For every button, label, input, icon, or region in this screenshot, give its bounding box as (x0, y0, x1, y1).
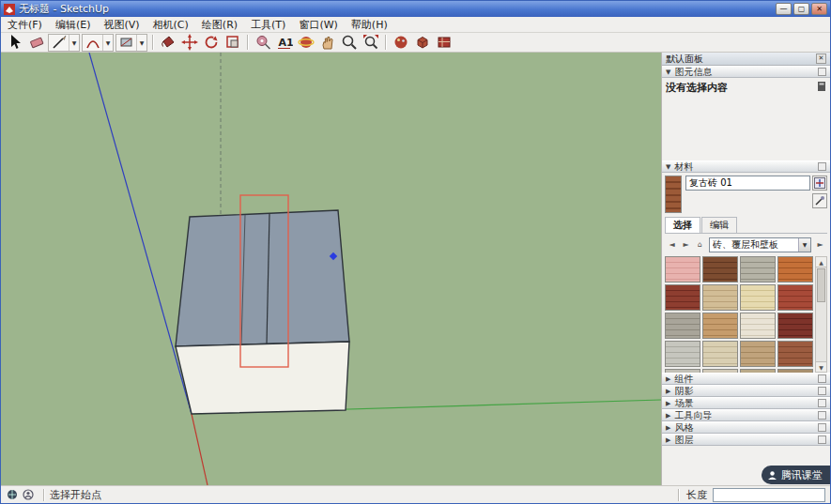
shadows-window-icon[interactable] (818, 387, 826, 395)
offset-tool-button[interactable] (222, 34, 243, 52)
menu-camera[interactable]: 相机(C) (146, 17, 195, 33)
scroll-down-icon[interactable]: ▼ (816, 361, 826, 372)
measurement-input[interactable] (713, 488, 825, 502)
material-swatch-1[interactable] (702, 256, 738, 283)
instructor-window-icon[interactable] (818, 411, 826, 420)
line-tool-dropdown[interactable]: ▼ (69, 35, 79, 51)
pan-tool-button[interactable] (316, 34, 338, 52)
menu-edit[interactable]: 编辑(E) (49, 17, 98, 33)
credits-icon[interactable] (22, 488, 35, 501)
material-swatch-13[interactable] (702, 341, 738, 367)
material-swatch-7[interactable] (777, 284, 813, 311)
tab-edit[interactable]: 编辑 (701, 217, 737, 233)
select-icon (7, 34, 23, 51)
section-styles[interactable]: ▶ 风格 (662, 421, 830, 434)
eraser-tool-button[interactable] (25, 34, 47, 52)
material-swatch-3[interactable] (777, 256, 813, 283)
scenes-window-icon[interactable] (818, 399, 826, 407)
move-tool-button[interactable] (178, 34, 200, 52)
tab-select[interactable]: 选择 (665, 217, 700, 233)
toolbar-separator (247, 35, 248, 50)
statusbar-separator (43, 489, 44, 501)
tray-close-button[interactable]: ✕ (816, 53, 826, 64)
components-window-icon[interactable] (818, 374, 826, 383)
material-swatch-5[interactable] (702, 284, 738, 311)
tray-title-bar[interactable]: 默认面板 ✕ (662, 53, 830, 66)
menu-draw[interactable]: 绘图(R) (195, 17, 244, 33)
paint-bucket-tool-button[interactable] (157, 34, 178, 52)
material-name-field[interactable] (685, 176, 810, 191)
scroll-up-icon[interactable]: ▲ (816, 257, 826, 267)
scrollbar-thumb[interactable] (817, 268, 825, 302)
zoom-extents-tool-button[interactable] (360, 34, 381, 52)
minimize-button[interactable]: — (776, 3, 792, 15)
orbit-tool-button[interactable] (295, 34, 316, 52)
back-button[interactable]: ◄ (665, 237, 679, 252)
window-title: 无标题 - SketchUp (19, 1, 774, 17)
layers-window-icon[interactable] (818, 435, 826, 444)
active-material-thumbnail[interactable] (665, 176, 682, 213)
styles-browser-button[interactable] (433, 34, 454, 52)
sample-paint-button[interactable] (812, 193, 827, 208)
zoom-tool-button[interactable] (338, 34, 360, 52)
material-swatch-0[interactable] (665, 256, 700, 283)
collapsed-arrow-icon: ▶ (666, 424, 670, 432)
tray-title: 默认面板 (666, 53, 816, 66)
material-swatch-6[interactable] (740, 284, 776, 311)
entity-info-window-icon[interactable] (818, 68, 826, 76)
details-flyout-button[interactable]: ► (813, 237, 827, 252)
tape-measure-tool-button[interactable] (252, 34, 273, 52)
rotate-tool-button[interactable] (200, 34, 222, 52)
materials-window-icon[interactable] (818, 162, 826, 171)
section-components[interactable]: ▶ 组件 (662, 373, 830, 385)
dropdown-caret-icon: ▼ (798, 238, 810, 252)
shapes-tool-dropdown[interactable]: ▼ (136, 35, 146, 51)
maximize-button[interactable]: ▢ (793, 3, 809, 15)
sketchup-window: 无标题 - SketchUp — ▢ ✕ 文件(F) 编辑(E) 视图(V) 相… (0, 0, 831, 504)
material-category-select[interactable]: 砖、覆层和壁板 ▼ (709, 237, 811, 252)
material-swatch-9[interactable] (702, 313, 738, 339)
material-swatch-14[interactable] (740, 341, 776, 367)
material-swatch-12[interactable] (665, 341, 700, 367)
entity-info-label: 图元信息 (674, 66, 818, 79)
section-layers[interactable]: ▶ 图层 (662, 434, 830, 446)
line-tool-button[interactable] (49, 34, 69, 52)
material-swatch-10[interactable] (740, 313, 776, 339)
tencent-classroom-badge[interactable]: 腾讯课堂 (762, 466, 830, 484)
title-bar[interactable]: 无标题 - SketchUp — ▢ ✕ (1, 1, 830, 17)
components-browser-button[interactable] (411, 34, 433, 52)
arc-tool-button[interactable] (83, 34, 102, 52)
in-model-button[interactable]: ⌂ (693, 237, 707, 252)
section-shadows[interactable]: ▶ 阴影 (662, 385, 830, 397)
drawing-viewport[interactable] (1, 53, 661, 485)
menu-help[interactable]: 帮助(H) (345, 17, 394, 33)
material-swatch-15[interactable] (777, 341, 813, 367)
menu-tools[interactable]: 工具(T) (244, 17, 292, 33)
styles-label: 风格 (674, 421, 818, 435)
materials-browser-button[interactable] (390, 34, 411, 52)
section-instructor[interactable]: ▶ 工具向导 (662, 409, 830, 421)
swatch-scrollbar[interactable]: ▲ ▼ (815, 256, 827, 373)
menu-file[interactable]: 文件(F) (1, 17, 49, 33)
forward-button[interactable]: ► (679, 237, 693, 252)
select-tool-button[interactable] (4, 34, 25, 52)
menu-view[interactable]: 视图(V) (97, 17, 146, 33)
menu-window[interactable]: 窗口(W) (292, 17, 344, 33)
geolocation-icon[interactable] (6, 488, 19, 501)
text-tool-button[interactable]: A1 (273, 34, 295, 52)
arc-tool-dropdown[interactable]: ▼ (102, 35, 113, 51)
material-swatch-8[interactable] (665, 313, 700, 339)
material-swatch-11[interactable] (777, 313, 813, 339)
collapsed-arrow-icon: ▶ (666, 388, 670, 395)
material-swatch-2[interactable] (740, 256, 776, 283)
close-button[interactable]: ✕ (811, 3, 827, 15)
shapes-tool-button[interactable] (116, 34, 136, 52)
entity-detail-icon[interactable] (817, 81, 826, 92)
section-materials-header[interactable]: ▼ 材料 (662, 160, 830, 173)
section-scenes[interactable]: ▶ 场景 (662, 397, 830, 409)
eyedropper-icon (814, 195, 825, 206)
material-swatch-4[interactable] (665, 284, 700, 311)
styles-window-icon[interactable] (818, 423, 826, 432)
create-material-button[interactable] (812, 176, 827, 191)
section-entity-info-header[interactable]: ▼ 图元信息 (662, 66, 830, 78)
